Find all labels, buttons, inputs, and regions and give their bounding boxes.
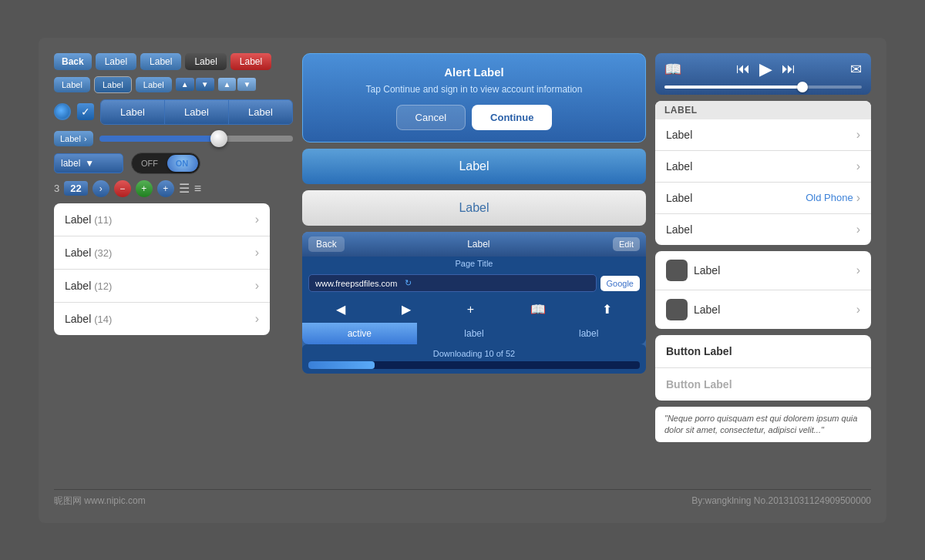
- arrow-up-light-btn[interactable]: ▲: [218, 78, 237, 91]
- settings-icon-row-2[interactable]: Label ›: [655, 290, 871, 329]
- dropdown-value: label: [61, 158, 80, 169]
- settings-icon-chevron-1: ›: [856, 263, 860, 277]
- mail-icon[interactable]: ✉: [850, 61, 862, 78]
- list-icon-2[interactable]: ≡: [194, 182, 201, 196]
- settings-label-1: Label: [666, 129, 692, 141]
- label-button-blue-1[interactable]: Label: [96, 53, 136, 70]
- browser-book-tool[interactable]: 📖: [530, 302, 546, 317]
- quote-text: "Neque porro quisquam est qui dolorem ip…: [655, 407, 871, 443]
- segment-2[interactable]: Label: [165, 100, 229, 124]
- settings-chevron-2: ›: [856, 159, 860, 173]
- alert-cancel-button[interactable]: Cancel: [396, 105, 466, 130]
- media-play-button[interactable]: ▶: [759, 59, 772, 79]
- list-item-4-text: Label (14): [65, 313, 112, 325]
- browser-forward-tool[interactable]: ▶: [402, 302, 411, 317]
- media-controls: ⏮ ▶ ⏭: [736, 59, 796, 79]
- browser-edit-button[interactable]: Edit: [613, 237, 640, 251]
- segment-3[interactable]: Label: [229, 100, 292, 124]
- list-item-1-text: Label (11): [65, 213, 112, 226]
- google-button[interactable]: Google: [600, 276, 640, 291]
- browser-add-tool[interactable]: +: [467, 302, 474, 317]
- checkbox[interactable]: ✓: [77, 103, 94, 120]
- browser-panel: Back Label Edit Page Title www.freepsdfi…: [302, 232, 646, 374]
- arrow-group-1: ▲ ▼: [176, 78, 214, 91]
- tab-active[interactable]: active: [302, 323, 417, 344]
- settings-label-4: Label: [666, 223, 692, 236]
- settings-icon-chevron-2: ›: [856, 303, 860, 317]
- page-number-1: 3: [54, 183, 59, 194]
- tab-inactive-1[interactable]: label: [417, 323, 532, 344]
- dropdown-select[interactable]: label ▼: [54, 153, 123, 173]
- list-item-2[interactable]: Label (32) ›: [54, 236, 270, 270]
- arrow-down-btn[interactable]: ▼: [196, 78, 214, 91]
- back-button[interactable]: Back: [54, 53, 92, 70]
- pagination-row: 3 22 › − + + ☰ ≡: [54, 180, 293, 197]
- settings-icon-row-2-left: Label: [666, 299, 720, 320]
- media-top: 📖 ⏮ ▶ ⏭ ✉: [664, 59, 862, 79]
- radio-button[interactable]: [54, 103, 71, 120]
- list-icon-1[interactable]: ☰: [179, 181, 190, 196]
- center-column: Alert Label Tap Continue and sign in to …: [302, 53, 646, 478]
- tab-bar: active label label: [302, 323, 646, 344]
- dropdown-arrow-icon: ▼: [85, 158, 94, 169]
- media-next-button[interactable]: ⏭: [782, 61, 796, 77]
- refresh-icon[interactable]: ↻: [405, 278, 412, 288]
- media-slider[interactable]: [664, 86, 862, 89]
- list-item-2-text: Label (32): [65, 246, 112, 259]
- label-arrow-text: Label: [60, 134, 81, 143]
- button-group-active[interactable]: Button Label: [655, 335, 871, 368]
- toggle-switch[interactable]: OFF ON: [131, 153, 200, 174]
- slider-track[interactable]: [99, 136, 293, 142]
- settings-row-1[interactable]: Label ›: [655, 119, 871, 151]
- segment-1[interactable]: Label: [101, 100, 165, 124]
- big-white-button[interactable]: Label: [302, 190, 646, 226]
- browser-back-tool[interactable]: ◀: [336, 302, 345, 317]
- settings-row-4[interactable]: Label ›: [655, 214, 871, 245]
- alert-continue-button[interactable]: Continue: [472, 105, 552, 130]
- browser-share-tool[interactable]: ⬆: [602, 302, 612, 317]
- radio-checkbox-row: ✓ Label Label Label: [54, 99, 293, 125]
- label-button-dark[interactable]: Label: [185, 53, 226, 70]
- add-btn[interactable]: +: [136, 180, 153, 197]
- settings-section-title: Label: [655, 101, 871, 119]
- settings-row-3[interactable]: Label Old Phone ›: [655, 183, 871, 214]
- page-next-btn[interactable]: ›: [92, 180, 109, 197]
- list-item-4[interactable]: Label (14) ›: [54, 303, 270, 335]
- arrow-down-light-btn[interactable]: ▼: [237, 78, 256, 91]
- settings-row-2[interactable]: Label ›: [655, 151, 871, 183]
- settings-icon-row-1[interactable]: Label ›: [655, 251, 871, 290]
- label-sm-btn-1[interactable]: Label: [54, 77, 90, 92]
- label-button-blue-2[interactable]: Label: [140, 53, 181, 70]
- label-sm-btn-2[interactable]: Label: [94, 76, 132, 93]
- settings-label-2: Label: [666, 160, 692, 173]
- list-item-1[interactable]: Label (11) ›: [54, 203, 270, 236]
- list-chevron-2: ›: [255, 246, 259, 260]
- label-button-red[interactable]: Label: [230, 53, 271, 70]
- footer-right: By:wangklning No.20131031124909500000: [691, 495, 871, 506]
- browser-url-bar: www.freepsdfiles.com ↻ Google: [302, 270, 646, 296]
- settings-icon-row-1-left: Label: [666, 260, 720, 281]
- browser-back-button[interactable]: Back: [308, 236, 345, 252]
- list-item-3-text: Label (12): [65, 280, 112, 292]
- browser-title: Label: [351, 239, 607, 250]
- arrow-up-btn[interactable]: ▲: [176, 78, 194, 91]
- list-item-3[interactable]: Label (12) ›: [54, 270, 270, 303]
- tab-inactive-2[interactable]: label: [531, 323, 646, 344]
- toggle-on-label: ON: [166, 159, 198, 168]
- media-prev-button[interactable]: ⏮: [736, 61, 750, 77]
- label-arrow-button[interactable]: Label ›: [54, 131, 93, 146]
- delete-btn[interactable]: −: [114, 180, 131, 197]
- browser-url-input[interactable]: www.freepsdfiles.com ↻: [308, 274, 597, 292]
- footer: 昵图网 www.nipic.com By:wangklning No.20131…: [54, 489, 871, 508]
- content-area: Back Label Label Label Label Label Label…: [54, 53, 871, 478]
- slider-thumb[interactable]: [210, 130, 227, 147]
- button-group-muted[interactable]: Button Label: [655, 368, 871, 401]
- label-sm-btn-3[interactable]: Label: [136, 77, 172, 92]
- footer-left: 昵图网 www.nipic.com: [54, 495, 146, 508]
- alert-body: Tap Continue and sign in to view account…: [318, 83, 630, 96]
- big-blue-button[interactable]: Label: [302, 149, 646, 184]
- dropdown-toggle-row: label ▼ OFF ON: [54, 153, 293, 174]
- add-alt-btn[interactable]: +: [157, 180, 174, 197]
- main-container: Back Label Label Label Label Label Label…: [39, 38, 886, 523]
- alert-buttons: Cancel Continue: [318, 105, 630, 130]
